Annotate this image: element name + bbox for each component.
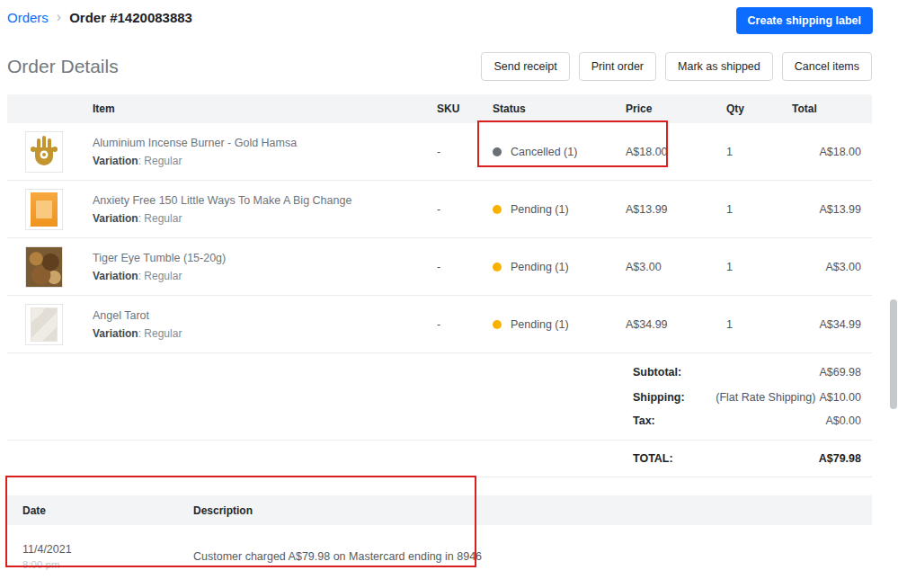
- order-detail-page: Orders › Order #1420083883 Create shippi…: [0, 0, 898, 588]
- status-dot-pending: [493, 263, 502, 272]
- hamsa-icon: [29, 135, 59, 169]
- table-row: Angel Tarot Variation: Regular - Pending…: [7, 296, 872, 353]
- status-label: Pending (1): [511, 203, 569, 216]
- chevron-right-icon: ›: [57, 9, 61, 25]
- item-variation: Variation: Regular: [93, 327, 182, 340]
- history-date: 11/4/2021: [22, 543, 178, 556]
- history-date-cell: 11/4/2021 8:00 pm: [7, 543, 178, 570]
- item-text: Anxiety Free 150 Little Ways To Make A B…: [93, 194, 351, 225]
- column-header-price: Price: [618, 102, 719, 115]
- shipping-method-note: (Flat Rate Shipping): [716, 391, 815, 404]
- column-header-total: Total: [785, 102, 872, 115]
- column-header-qty: Qty: [719, 102, 785, 115]
- sku-value: -: [430, 146, 485, 158]
- subtotal-value: A$69.98: [819, 366, 872, 379]
- variation-label: Variation: [93, 212, 138, 225]
- tarot-card-graphic: [31, 307, 58, 342]
- send-receipt-button[interactable]: Send receipt: [481, 52, 569, 81]
- item-name: Aluminium Incense Burner - Gold Hamsa: [93, 137, 297, 149]
- status-dot-pending: [493, 205, 502, 214]
- table-row: Tiger Eye Tumble (15-20g) Variation: Reg…: [7, 238, 872, 296]
- status-cell: Pending (1): [485, 318, 618, 331]
- item-text: Tiger Eye Tumble (15-20g) Variation: Reg…: [93, 252, 226, 282]
- order-summary: Subtotal: A$69.98 Shipping: (Flat Rate S…: [7, 353, 872, 477]
- column-header-sku: SKU: [430, 102, 485, 115]
- variation-label: Variation: [93, 270, 138, 282]
- items-table-header: Item SKU Status Price Qty Total: [7, 94, 872, 123]
- table-row: Aluminium Incense Burner - Gold Hamsa Va…: [7, 123, 872, 181]
- page-title: Order Details: [7, 56, 119, 77]
- item-name: Anxiety Free 150 Little Ways To Make A B…: [93, 194, 351, 207]
- variation-label: Variation: [93, 327, 138, 340]
- create-shipping-label-button[interactable]: Create shipping label: [736, 7, 873, 34]
- item-variation: Variation: Regular: [93, 155, 297, 167]
- total-value: A$3.00: [785, 261, 872, 273]
- shipping-label: Shipping:: [633, 391, 685, 404]
- product-image-tiger-eye: [25, 246, 63, 288]
- column-header-date: Date: [7, 504, 178, 517]
- breadcrumb-orders-link[interactable]: Orders: [7, 10, 49, 25]
- book-cover-graphic: [31, 192, 58, 227]
- print-order-button[interactable]: Print order: [579, 52, 656, 81]
- sku-value: -: [430, 318, 485, 331]
- qty-value: 1: [719, 203, 785, 216]
- product-image-angel-tarot: [25, 304, 63, 345]
- variation-value: : Regular: [138, 212, 182, 225]
- status-dot-pending: [493, 320, 502, 329]
- grand-total-value: A$79.98: [819, 452, 872, 465]
- summary-shipping-row: Shipping: (Flat Rate Shipping) A$10.00: [7, 386, 872, 409]
- product-image-anxiety-book: [25, 189, 63, 230]
- total-value: A$18.00: [785, 146, 872, 158]
- column-header-item: Item: [7, 102, 430, 115]
- subtotal-label: Subtotal:: [633, 366, 681, 379]
- total-value: A$34.99: [785, 318, 872, 331]
- item-name: Angel Tarot: [93, 309, 182, 322]
- price-value: A$18.00: [618, 146, 719, 158]
- qty-value: 1: [719, 261, 785, 273]
- breadcrumb-order-number: Order #1420083883: [69, 10, 192, 25]
- column-header-description: Description: [178, 504, 872, 517]
- item-cell: Angel Tarot Variation: Regular: [7, 304, 430, 345]
- tax-value: A$0.00: [825, 414, 872, 427]
- history-table-header: Date Description: [7, 495, 872, 525]
- item-text: Aluminium Incense Burner - Gold Hamsa Va…: [93, 137, 297, 167]
- breadcrumb: Orders › Order #1420083883: [7, 7, 192, 25]
- tax-label: Tax:: [633, 414, 655, 427]
- price-value: A$34.99: [618, 318, 719, 331]
- cancel-items-button[interactable]: Cancel items: [782, 52, 872, 81]
- price-value: A$13.99: [618, 203, 719, 216]
- item-variation: Variation: Regular: [93, 270, 226, 282]
- item-cell: Aluminium Incense Burner - Gold Hamsa Va…: [7, 131, 430, 173]
- item-variation: Variation: Regular: [93, 212, 351, 225]
- status-cell: Cancelled (1): [485, 146, 618, 158]
- qty-value: 1: [719, 318, 785, 331]
- sku-value: -: [430, 203, 485, 216]
- variation-value: : Regular: [138, 327, 182, 340]
- item-name: Tiger Eye Tumble (15-20g): [93, 252, 226, 264]
- column-header-status: Status: [485, 102, 618, 115]
- variation-value: : Regular: [138, 270, 182, 282]
- order-items-table: Item SKU Status Price Qty Total: [7, 94, 872, 353]
- title-row: Order Details Send receipt Print order M…: [7, 52, 872, 81]
- order-actions: Send receipt Print order Mark as shipped…: [481, 52, 872, 81]
- vertical-scrollbar-thumb[interactable]: [890, 299, 897, 409]
- status-label: Pending (1): [511, 261, 569, 273]
- summary-total-row: TOTAL: A$79.98: [7, 440, 872, 477]
- status-dot-cancelled: [493, 147, 502, 156]
- price-value: A$3.00: [618, 261, 719, 273]
- mark-as-shipped-button[interactable]: Mark as shipped: [665, 52, 773, 81]
- item-cell: Tiger Eye Tumble (15-20g) Variation: Reg…: [7, 246, 430, 288]
- qty-value: 1: [719, 146, 785, 158]
- variation-label: Variation: [93, 155, 138, 167]
- table-row: Anxiety Free 150 Little Ways To Make A B…: [7, 181, 872, 238]
- item-cell: Anxiety Free 150 Little Ways To Make A B…: [7, 189, 430, 230]
- total-value: A$13.99: [785, 203, 872, 216]
- top-bar: Orders › Order #1420083883 Create shippi…: [0, 0, 898, 34]
- history-row: 11/4/2021 8:00 pm Customer charged A$79.…: [7, 525, 872, 570]
- item-text: Angel Tarot Variation: Regular: [93, 309, 182, 340]
- status-cell: Pending (1): [485, 261, 618, 273]
- status-label: Cancelled (1): [511, 146, 577, 158]
- sku-value: -: [430, 261, 485, 273]
- shipping-value: A$10.00: [819, 391, 872, 404]
- status-label: Pending (1): [511, 318, 569, 331]
